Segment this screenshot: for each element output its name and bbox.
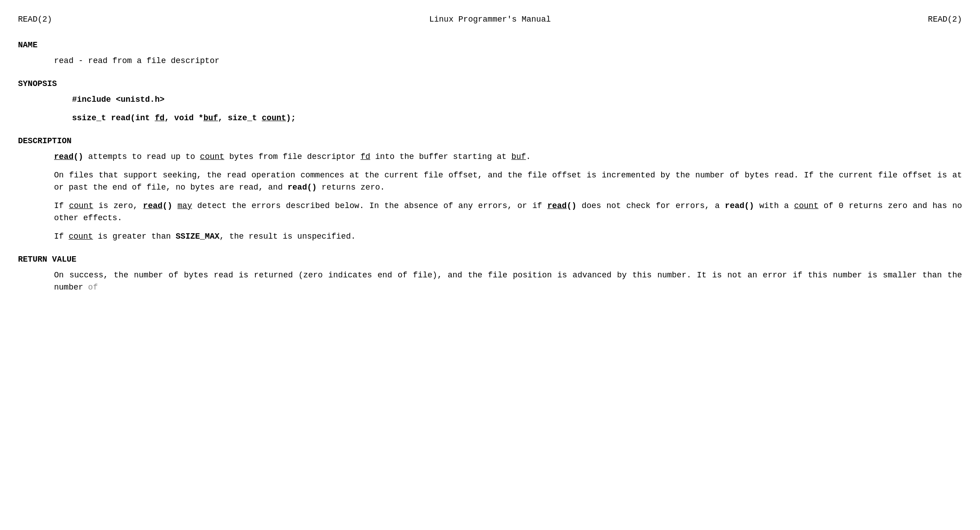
synopsis-count: count: [262, 113, 286, 122]
description-para1: read() attempts to read up to count byte…: [54, 151, 962, 163]
synopsis-func: ssize_t read(int fd, void *buf, size_t c…: [72, 112, 962, 124]
section-return-value: RETURN VALUE On success, the number of b…: [18, 254, 962, 294]
read-bold-5: read: [725, 201, 744, 210]
name-heading: NAME: [18, 39, 962, 51]
read-paren-3: (): [163, 201, 172, 210]
description-para2: On files that support seeking, the read …: [54, 169, 962, 194]
read-paren-2: (): [307, 183, 317, 192]
count-underline-3: count: [794, 201, 818, 210]
count-underline-4: count: [68, 232, 93, 241]
page-header: READ(2) Linux Programmer's Manual READ(2…: [18, 14, 962, 26]
description-heading: DESCRIPTION: [18, 135, 962, 147]
synopsis-buf: buf: [204, 113, 218, 122]
header-center: Linux Programmer's Manual: [429, 14, 551, 26]
read-bold-3: read: [143, 201, 163, 210]
read-bold-4: read: [547, 201, 567, 210]
read-paren-4: (): [567, 201, 576, 210]
header-left: READ(2): [18, 14, 52, 26]
count-underline-2: count: [69, 201, 93, 210]
fd-underline-1: fd: [361, 152, 371, 161]
read-bold-2: read: [287, 183, 307, 192]
section-name: NAME read - read from a file descriptor: [18, 39, 962, 67]
may-underline: may: [177, 201, 192, 210]
return-value-para1: On success, the number of bytes read is …: [54, 269, 962, 294]
return-value-heading: RETURN VALUE: [18, 254, 962, 266]
section-synopsis: SYNOPSIS #include <unistd.h> ssize_t rea…: [18, 78, 962, 124]
description-para4: If count is greater than SSIZE_MAX, the …: [54, 231, 962, 243]
header-right: READ(2): [928, 14, 962, 26]
read-paren-1: (): [73, 152, 83, 161]
synopsis-include: #include <unistd.h>: [72, 94, 962, 106]
count-underline-1: count: [200, 152, 224, 161]
synopsis-heading: SYNOPSIS: [18, 78, 962, 90]
synopsis-fd: fd: [155, 113, 165, 122]
ssize-max-bold: SSIZE_MAX: [176, 232, 219, 241]
section-description: DESCRIPTION read() attempts to read up t…: [18, 135, 962, 243]
description-para3: If count is zero, read() may detect the …: [54, 200, 962, 224]
read-bold-1: read: [54, 152, 73, 161]
name-content: read - read from a file descriptor: [54, 55, 962, 67]
read-paren-5: (): [744, 201, 754, 210]
buf-underline-1: buf: [511, 152, 526, 161]
